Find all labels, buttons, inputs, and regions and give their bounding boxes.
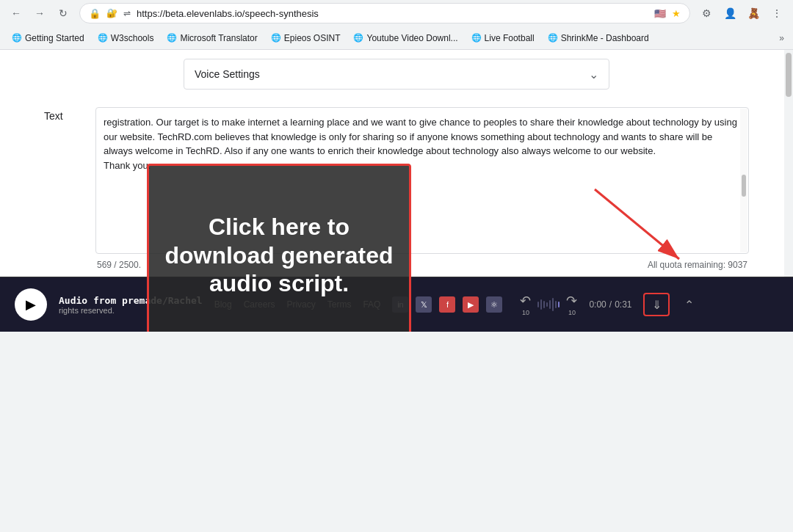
download-button[interactable]: ⇓	[643, 293, 670, 316]
globe-icon-3: 🌐	[167, 33, 177, 43]
voice-settings-label: Voice Settings	[195, 68, 260, 80]
expand-button[interactable]: ⌃	[684, 298, 694, 312]
globe-icon-2: 🌐	[98, 33, 108, 43]
text-label: Text	[44, 107, 81, 273]
time-total: 0:31	[615, 299, 631, 310]
globe-icon-4: 🌐	[271, 33, 281, 43]
bookmark-getting-started[interactable]: 🌐 Getting Started	[6, 29, 90, 47]
flag-icon: 🇺🇸	[654, 8, 666, 19]
quota-remaining: All quota remaining: 9037	[648, 260, 747, 270]
bookmark-microsoft-translator[interactable]: 🌐 Microsoft Translator	[161, 29, 263, 47]
github-icon[interactable]: ⚛	[486, 296, 502, 313]
skip-forward-icon: ↷	[566, 293, 577, 309]
youtube-icon[interactable]: ▶	[463, 296, 479, 313]
char-count: 569 / 2500.	[97, 260, 141, 270]
download-overlay[interactable]: Click here to download generated audio s…	[147, 164, 411, 332]
lock-icon: 🔐	[106, 8, 117, 18]
extensions-button[interactable]: ⚙	[696, 3, 717, 23]
back-button[interactable]: ←	[6, 3, 26, 23]
skip-back-button[interactable]: ↶ 10	[520, 293, 531, 316]
bookmark-youtube[interactable]: 🌐 Youtube Video Downl...	[347, 29, 463, 47]
bookmark-epieos[interactable]: 🌐 Epieos OSINT	[265, 29, 347, 47]
waveform	[537, 298, 560, 311]
menu-button[interactable]: ⋮	[767, 3, 787, 23]
globe-icon-5: 🌐	[353, 33, 363, 43]
voice-settings-section: Voice Settings ⌄	[44, 50, 749, 98]
bookmark-shrinkme[interactable]: 🌐 ShrinkMe - Dashboard	[542, 29, 655, 47]
bookmark-w3schools[interactable]: 🌐 W3schools	[92, 29, 160, 47]
security-icon: 🔒	[89, 8, 101, 19]
globe-icon-7: 🌐	[548, 33, 558, 43]
title-bar: ← → ↻ 🔒 🔐 ⇌ https://beta.elevenlabs.io/s…	[0, 0, 793, 26]
page-content: Voice Settings ⌄ Text registration. Our …	[0, 50, 793, 332]
bookmarks-bar: 🌐 Getting Started 🌐 W3schools 🌐 Microsof…	[0, 26, 793, 50]
download-icon: ⇓	[652, 298, 662, 312]
play-button[interactable]: ▶	[15, 288, 47, 321]
time-separator: /	[609, 299, 612, 310]
textarea-scrollbar[interactable]	[740, 109, 747, 252]
browser-icons: ⚙ 👤 🧸 ⋮	[696, 3, 787, 23]
globe-icon-6: 🌐	[471, 33, 482, 43]
time-current: 0:00	[589, 299, 606, 310]
skip-forward-button[interactable]: ↷ 10	[566, 293, 577, 316]
bookmarks-more-button[interactable]: »	[776, 33, 787, 43]
nav-buttons: ← → ↻	[6, 3, 73, 23]
time-display: 0:00 / 0:31	[589, 299, 631, 310]
profile-button[interactable]: 👤	[720, 3, 740, 23]
skip-back-icon: ↶	[520, 293, 531, 309]
twitter-icon[interactable]: 𝕏	[416, 296, 432, 313]
overlay-text: Click here to download generated audio s…	[149, 198, 409, 312]
chevron-down-icon: ⌄	[589, 68, 598, 81]
browser-chrome: ← → ↻ 🔒 🔐 ⇌ https://beta.elevenlabs.io/s…	[0, 0, 793, 50]
refresh-button[interactable]: ↻	[53, 3, 73, 23]
forward-button[interactable]: →	[29, 3, 50, 23]
globe-icon: 🌐	[12, 33, 22, 43]
url-text: https://beta.elevenlabs.io/speech-synthe…	[137, 8, 648, 19]
url-icon: ⇌	[123, 8, 131, 18]
bookmark-live-football[interactable]: 🌐 Live Football	[466, 29, 540, 47]
textarea-scroll-thumb	[742, 175, 746, 197]
address-bar[interactable]: 🔒 🔐 ⇌ https://beta.elevenlabs.io/speech-…	[79, 3, 690, 23]
facebook-icon[interactable]: f	[439, 296, 455, 313]
extensions2-button[interactable]: 🧸	[743, 3, 764, 23]
star-icon[interactable]: ★	[672, 8, 681, 19]
voice-settings-dropdown[interactable]: Voice Settings ⌄	[184, 59, 609, 90]
